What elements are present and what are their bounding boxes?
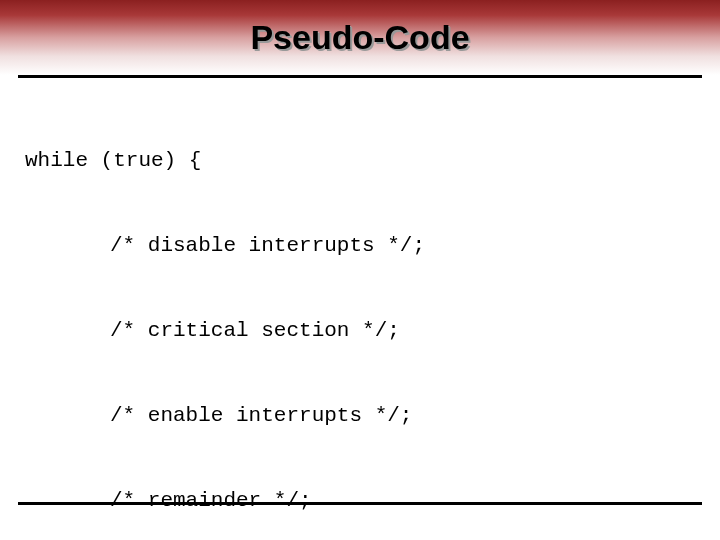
slide-container: Pseudo-Code while (true) { /* disable in… xyxy=(0,0,720,540)
code-line-disable: /* disable interrupts */; xyxy=(25,232,695,260)
code-block: while (true) { /* disable interrupts */;… xyxy=(25,90,695,540)
header-band: Pseudo-Code xyxy=(0,0,720,75)
content-area: while (true) { /* disable interrupts */;… xyxy=(0,78,720,540)
code-line-critical: /* critical section */; xyxy=(25,317,695,345)
bottom-divider xyxy=(18,502,702,505)
code-line-remainder: /* remainder */; xyxy=(25,487,695,515)
page-title: Pseudo-Code xyxy=(250,18,469,57)
code-line-while: while (true) { xyxy=(25,147,695,175)
code-line-enable: /* enable interrupts */; xyxy=(25,402,695,430)
